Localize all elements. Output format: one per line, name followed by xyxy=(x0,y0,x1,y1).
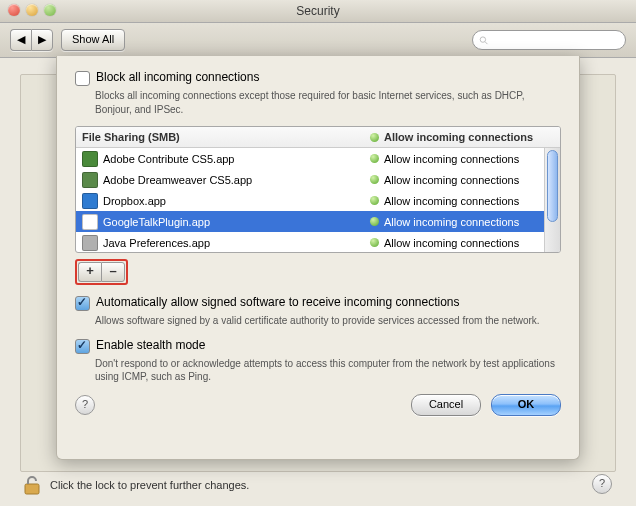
block-all-checkbox[interactable] xyxy=(75,71,90,86)
remove-button[interactable]: – xyxy=(101,262,125,282)
app-icon xyxy=(82,214,98,230)
lock-icon[interactable] xyxy=(22,474,42,496)
app-list-header[interactable]: File Sharing (SMB) Allow incoming connec… xyxy=(76,127,560,148)
titlebar: Security xyxy=(0,0,636,23)
auto-allow-row[interactable]: Automatically allow signed software to r… xyxy=(75,295,561,310)
status-dot-icon xyxy=(370,238,379,247)
status-dot-icon xyxy=(370,217,379,226)
app-status: Allow incoming connections xyxy=(384,153,519,165)
auto-allow-label: Automatically allow signed software to r… xyxy=(96,295,460,309)
sheet-help-button[interactable]: ? xyxy=(75,395,95,415)
stealth-checkbox[interactable] xyxy=(75,339,90,354)
status-dot-icon xyxy=(370,175,379,184)
close-window-button[interactable] xyxy=(8,4,20,16)
stealth-row[interactable]: Enable stealth mode xyxy=(75,338,561,353)
firewall-sheet: Block all incoming connections Blocks al… xyxy=(56,56,580,460)
list-item[interactable]: GoogleTalkPlugin.appAllow incoming conne… xyxy=(76,211,560,232)
zoom-window-button[interactable] xyxy=(44,4,56,16)
auto-allow-checkbox[interactable] xyxy=(75,296,90,311)
app-name: Adobe Dreamweaver CS5.app xyxy=(103,174,252,186)
status-dot-icon xyxy=(370,154,379,163)
app-name: Java Preferences.app xyxy=(103,237,210,249)
svg-rect-2 xyxy=(25,484,39,494)
lock-row[interactable]: Click the lock to prevent further change… xyxy=(22,474,249,496)
block-all-label: Block all incoming connections xyxy=(96,70,259,84)
show-all-button[interactable]: Show All xyxy=(61,29,125,51)
scrollbar[interactable] xyxy=(544,148,560,252)
search-field[interactable] xyxy=(472,30,626,50)
scroll-thumb[interactable] xyxy=(547,150,558,222)
app-icon xyxy=(82,172,98,188)
status-dot-icon xyxy=(370,196,379,205)
auto-allow-desc: Allows software signed by a valid certif… xyxy=(95,314,561,328)
add-button[interactable]: + xyxy=(78,262,101,282)
list-item[interactable]: Java Preferences.appAllow incoming conne… xyxy=(76,232,560,252)
list-item[interactable]: Adobe Dreamweaver CS5.appAllow incoming … xyxy=(76,169,560,190)
svg-point-0 xyxy=(480,36,485,41)
minimize-window-button[interactable] xyxy=(26,4,38,16)
app-icon xyxy=(82,235,98,251)
app-list-rows: Adobe Contribute CS5.appAllow incoming c… xyxy=(76,148,560,252)
back-button[interactable]: ◀ xyxy=(10,29,31,51)
app-status: Allow incoming connections xyxy=(384,174,519,186)
forward-button[interactable]: ▶ xyxy=(31,29,53,51)
app-icon xyxy=(82,151,98,167)
stealth-label: Enable stealth mode xyxy=(96,338,205,352)
status-dot-icon xyxy=(370,133,379,142)
block-all-row[interactable]: Block all incoming connections xyxy=(75,70,561,85)
window-title: Security xyxy=(296,4,339,18)
app-status: Allow incoming connections xyxy=(384,237,519,249)
lock-text: Click the lock to prevent further change… xyxy=(50,479,249,491)
toolbar: ◀ ▶ Show All xyxy=(0,23,636,58)
list-item[interactable]: Dropbox.appAllow incoming connections▴▾ xyxy=(76,190,560,211)
svg-line-1 xyxy=(485,41,487,43)
app-name: GoogleTalkPlugin.app xyxy=(103,216,210,228)
search-icon xyxy=(479,35,489,46)
search-input[interactable] xyxy=(493,33,619,47)
main-help-button[interactable]: ? xyxy=(592,474,612,494)
ok-button[interactable]: OK xyxy=(491,394,561,416)
app-status: Allow incoming connections xyxy=(384,216,519,228)
cancel-button[interactable]: Cancel xyxy=(411,394,481,416)
sheet-button-row: ? Cancel OK xyxy=(75,394,561,416)
stealth-desc: Don't respond to or acknowledge attempts… xyxy=(95,357,561,384)
header-name: File Sharing (SMB) xyxy=(76,131,370,143)
header-status: Allow incoming connections xyxy=(384,131,533,143)
app-name: Adobe Contribute CS5.app xyxy=(103,153,234,165)
list-item[interactable]: Adobe Contribute CS5.appAllow incoming c… xyxy=(76,148,560,169)
window-controls xyxy=(8,4,56,16)
app-name: Dropbox.app xyxy=(103,195,166,207)
app-list: File Sharing (SMB) Allow incoming connec… xyxy=(75,126,561,253)
add-remove-control: + – xyxy=(75,259,128,285)
nav-segment: ◀ ▶ xyxy=(10,29,53,51)
block-all-desc: Blocks all incoming connections except t… xyxy=(95,89,561,116)
app-icon xyxy=(82,193,98,209)
app-status: Allow incoming connections xyxy=(384,195,519,207)
